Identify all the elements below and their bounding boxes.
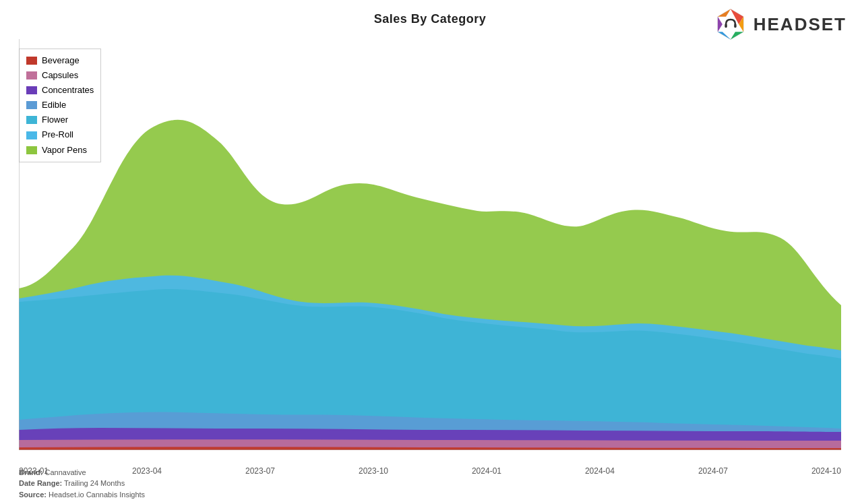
x-label-6: 2024-07 xyxy=(698,466,728,476)
source-value: Headset.io Cannabis Insights xyxy=(49,491,145,499)
svg-rect-3 xyxy=(734,24,736,28)
x-label-7: 2024-10 xyxy=(811,466,841,476)
headset-logo-text: HEADSET xyxy=(754,14,847,35)
x-label-2: 2023-07 xyxy=(245,466,275,476)
brand-label: Brand: xyxy=(19,468,42,476)
source-label: Source: xyxy=(19,491,47,499)
area-chart xyxy=(19,39,841,450)
headset-logo-icon xyxy=(713,7,748,42)
x-label-4: 2024-01 xyxy=(472,466,501,476)
brand-value: Cannavative xyxy=(45,468,86,476)
date-range-value: Trailing 24 Months xyxy=(64,479,125,487)
chart-container: Sales By Category HEADSET Beverage xyxy=(0,0,860,504)
x-label-3: 2023-10 xyxy=(359,466,388,476)
svg-rect-2 xyxy=(725,24,727,28)
date-range-label: Date Range: xyxy=(19,479,62,487)
footer-info: Brand: Cannavative Date Range: Trailing … xyxy=(19,467,145,501)
headset-logo: HEADSET xyxy=(713,7,847,42)
x-label-5: 2024-04 xyxy=(585,466,615,476)
